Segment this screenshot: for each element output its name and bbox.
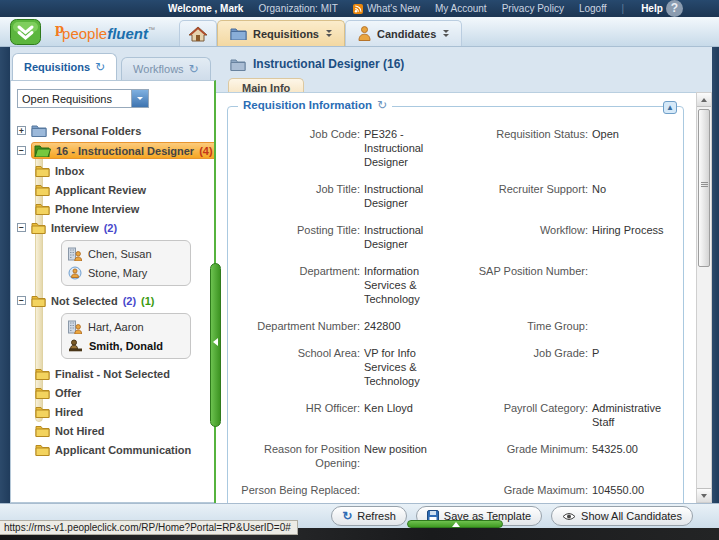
section-collapse-button[interactable]: ▲ <box>663 101 677 114</box>
nav-tab-candidates[interactable]: Candidates <box>345 20 462 46</box>
expand-icon[interactable]: + <box>17 126 26 135</box>
field-value: Open <box>592 127 680 169</box>
help-link[interactable]: Help ? <box>641 0 683 17</box>
field-value: 104550.00 <box>592 483 680 497</box>
status-folder-icon <box>35 424 50 437</box>
sidebar-panel: Open Requisitions + Personal Folders <box>10 80 216 503</box>
field-label: Job Grade: <box>460 346 588 388</box>
field-label: Reason for Position Opening: <box>232 442 360 470</box>
sidebar-tabs: Requisitions ↻ Workflows ↻ <box>10 52 216 80</box>
tree-item-hired[interactable]: Hired <box>11 402 214 421</box>
scroll-down-button[interactable] <box>697 488 711 502</box>
refresh-icon[interactable]: ↻ <box>377 100 387 110</box>
my-account-link[interactable]: My Account <box>435 3 487 14</box>
footer-buttons: ↻ Refresh Save as Template Show All Cand… <box>331 506 693 526</box>
field-value <box>592 264 680 306</box>
status-bar-url: https://rms-v1.peopleclick.com/RP/Home?P… <box>0 520 298 535</box>
candidate-chen-susan[interactable]: Chen, Susan <box>68 244 184 263</box>
right-window-edge <box>712 47 719 503</box>
field-label: Job Code: <box>232 127 360 169</box>
field-label: SAP Position Number: <box>460 264 588 306</box>
status-folder-icon <box>35 443 50 456</box>
whats-new-link[interactable]: What's New <box>353 3 420 14</box>
field-value: 54325.00 <box>592 442 680 470</box>
requisition-filter-select[interactable]: Open Requisitions <box>17 89 149 108</box>
collapse-left-arrow-icon <box>213 338 218 346</box>
scrollbar-thumb[interactable] <box>698 109 710 267</box>
count-other: (1) <box>141 295 154 307</box>
privacy-policy-link[interactable]: Privacy Policy <box>502 3 564 14</box>
field-value: Instructional Designer <box>364 223 456 251</box>
scrollbar-grip <box>701 182 708 183</box>
requisition-information-section: Requisition Information ↻ ▲ Job Code:PE3… <box>227 106 684 503</box>
sidebar-tab-requisitions[interactable]: Requisitions ↻ <box>12 53 117 80</box>
welcome-text: Welcome , Mark <box>168 3 243 14</box>
count-candidates: (2) <box>123 295 136 307</box>
main-panel: Instructional Designer (16) Main Info Re… <box>216 47 712 503</box>
collapse-icon[interactable]: − <box>17 296 26 305</box>
tree-item-not-selected[interactable]: − Not Selected (2)(1) <box>11 291 214 310</box>
tree-item-finalist-not-selected[interactable]: Finalist - Not Selected <box>11 364 214 383</box>
tree-item-inbox[interactable]: Inbox <box>11 161 214 180</box>
bottom-panel-expand-handle[interactable] <box>407 520 503 528</box>
home-tab[interactable] <box>179 20 217 46</box>
candidate-smith-donald[interactable]: Smith, Donald <box>68 336 184 355</box>
refresh-icon[interactable]: ↻ <box>189 64 199 74</box>
scroll-up-button[interactable] <box>697 93 711 107</box>
sidebar: Requisitions ↻ Workflows ↻ Open Requisit… <box>10 52 216 503</box>
field-value: New position <box>364 442 456 470</box>
status-folder-icon <box>31 294 46 307</box>
tree-item-requisition-selected[interactable]: 16 - Instructional Designer (4)(1) <box>31 142 239 159</box>
field-value: Information Services & Technology <box>364 264 456 306</box>
field-value: 242800 <box>364 319 456 333</box>
field-value: Ken Lloyd <box>364 401 456 429</box>
field-label: Requisition Status: <box>460 127 588 169</box>
tree-item-not-hired[interactable]: Not Hired <box>11 421 214 440</box>
requisitions-folder-icon <box>230 27 247 40</box>
field-value: Hiring Process <box>592 223 680 251</box>
collapse-icon[interactable]: − <box>17 223 26 232</box>
status-folder-icon <box>35 164 50 177</box>
tree-item-applicant-review[interactable]: Applicant Review <box>11 180 214 199</box>
rss-icon <box>353 4 363 14</box>
field-label: Grade Maximum: <box>460 483 588 497</box>
field-label: School Area: <box>232 346 360 388</box>
field-label: Person Being Replaced: <box>232 483 360 497</box>
candidate-stone-mary[interactable]: Stone, Mary <box>68 263 184 282</box>
dropdown-arrow-icon[interactable] <box>131 90 148 107</box>
field-label: Payroll Category: <box>460 401 588 429</box>
app-launcher-icon[interactable] <box>10 19 41 45</box>
hired-candidate-icon <box>68 339 83 353</box>
tree-item-requisition: − 16 - Instructional Designer (4)(1) <box>11 140 214 161</box>
help-question-icon[interactable]: ? <box>666 0 683 17</box>
show-all-candidates-button[interactable]: Show All Candidates <box>551 506 693 526</box>
field-label: Department: <box>232 264 360 306</box>
chevron-down-icon <box>326 30 332 37</box>
candidate-hart-aaron[interactable]: Hart, Aaron <box>68 317 184 336</box>
nav-tab-requisitions[interactable]: Requisitions <box>217 20 345 46</box>
collapse-icon[interactable]: − <box>17 146 26 155</box>
field-label: Time Group: <box>460 319 588 333</box>
field-value: VP for Info Services & Technology <box>364 346 456 388</box>
tree-item-interview[interactable]: − Interview (2) <box>11 218 214 237</box>
tree-item-applicant-communication[interactable]: Applicant Communication <box>11 440 214 459</box>
refresh-button[interactable]: ↻ Refresh <box>331 506 407 526</box>
expand-up-arrow-icon <box>452 522 460 527</box>
status-folder-icon <box>35 367 50 380</box>
refresh-icon[interactable]: ↻ <box>95 62 105 72</box>
requisition-tree: + Personal Folders − <box>11 108 214 459</box>
field-label: Job Title: <box>232 182 360 210</box>
logoff-link[interactable]: Logoff <box>579 3 607 14</box>
page-title: Instructional Designer (16) <box>216 47 712 71</box>
tree-item-phone-interview[interactable]: Phone Interview <box>11 199 214 218</box>
tree-item-personal-folders[interactable]: + Personal Folders <box>11 121 214 140</box>
status-folder-icon <box>35 386 50 399</box>
sidebar-tab-workflows[interactable]: Workflows ↻ <box>121 57 211 80</box>
vertical-scrollbar[interactable] <box>696 92 712 503</box>
field-value <box>592 319 680 333</box>
app-window: Welcome , Mark Organization: MIT What's … <box>0 0 719 540</box>
tree-item-offer[interactable]: Offer <box>11 383 214 402</box>
sidebar-collapse-handle[interactable] <box>210 263 221 427</box>
field-label: Posting Title: <box>232 223 360 251</box>
field-value: P <box>592 346 680 388</box>
